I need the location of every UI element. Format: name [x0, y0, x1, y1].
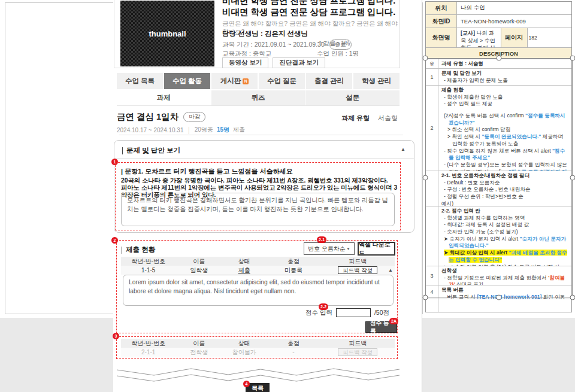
divider: │	[187, 127, 191, 133]
col-name: 이름	[175, 339, 222, 348]
page-label: 페이지	[501, 28, 528, 47]
screen-name-value: [교사] 나의 과목 상세 > 수업활동 – 과제 상세(서술형)	[457, 28, 501, 47]
feedback-write-button-disabled: 피드백 작성	[338, 348, 377, 356]
spec-row-title: 목록 버튼	[441, 287, 569, 294]
spec-text: - 버튼 클릭 시	[444, 294, 477, 299]
table-header-row: 학년-반-번호 이름 상태 총점 피드백	[121, 339, 395, 348]
spec-screen-name-row: 화면명 [교사] 나의 과목 상세 > 수업활동 – 과제 상세(서술형) 페이…	[426, 28, 571, 48]
video-view-button[interactable]: 동영상 보기	[222, 57, 268, 68]
thumbnail-label: thumbnail	[149, 29, 186, 38]
submit-count-post: 제출	[233, 126, 245, 134]
spec-text: ➤ 소수점 입력 입력 후 (2A) 점수 등록 버튼 선택 시 Alert	[444, 264, 559, 266]
spec-line: - 학생별 과제 점수를 입력하는 영역	[441, 215, 569, 222]
submit-count: 15명	[217, 126, 229, 134]
subtab-quiz[interactable]: 퀴즈	[211, 90, 305, 105]
student-answer-box: 모차르트의 터키 행진곡은 경쾌하면서도 활기찬 분위기를 지닌 곡입니다. 빠…	[121, 193, 395, 226]
annotation-badge-2: 2	[111, 237, 118, 244]
spec-text: ➤ 숫자가 아닌 문자 입력 시 alert	[444, 236, 520, 242]
excel-download-button[interactable]: 엑셀 다운로드	[358, 242, 395, 256]
section-header: 문제 및 답안 보기	[122, 146, 180, 155]
annotation-badge-1: 1	[111, 159, 118, 165]
selection-handle-middle-right[interactable]	[570, 175, 575, 181]
spec-line: - 학생이 제출한 답안 노출	[441, 94, 569, 101]
assignment-type-value: 서술형	[378, 114, 398, 123]
screen-id-label: 화면ID	[426, 15, 457, 28]
col-score: 총점	[266, 257, 320, 266]
table-row: 1-1-5 일학생 제출 미등록 피드백 작성 ▲	[121, 266, 395, 275]
subtab-survey[interactable]: 설문	[305, 90, 400, 105]
spec-row-title: 과제 유형 : 서술형	[441, 60, 569, 68]
spec-line: ➤ 소수점 입력 입력 후 (2A) 점수 등록 버튼 선택 시 Alert "…	[441, 264, 569, 266]
spec-screen-link: [TEA-NON-homework-001]	[477, 294, 541, 299]
spec-row-number: 2	[426, 86, 438, 171]
spec-panel: 위치 나의 수업 화면ID TEA-NON-homework-009 화면명 […	[425, 1, 572, 312]
selection-handle-top-left[interactable]	[423, 56, 428, 61]
spec-text: 상태로 표기	[455, 281, 484, 285]
selection-handle-bottom-left[interactable]	[423, 295, 428, 300]
selection-handle-top-right[interactable]	[570, 56, 575, 61]
spec-screen-id-row: 화면ID TEA-NON-homework-009	[426, 15, 571, 28]
col-status: 상태	[222, 257, 266, 266]
course-title: 비대면 학생 금연 전문 상담 프로그램 입니다. 비대면 학생 금연 전문 상…	[222, 0, 397, 18]
spec-row-title: 전학생	[441, 268, 569, 275]
submission-table: 학년-반-번호 이름 상태 총점 피드백 1-1-5 일학생 제출 미등록 피드…	[121, 257, 395, 275]
spec-line: - Default : 번호 오름차순	[441, 180, 569, 187]
course-buttons: 동영상 보기 진단결과 보기	[222, 57, 325, 68]
selection-handle-middle-left[interactable]	[423, 175, 428, 181]
tab-class-activity[interactable]: 수업 활동	[164, 73, 210, 89]
location-label: 위치	[426, 2, 457, 14]
tab-class-list[interactable]: 수업 목록	[117, 73, 163, 89]
spec-row-number: 1	[426, 69, 438, 85]
chevron-up-icon[interactable]: ▲	[401, 147, 405, 152]
location-value: 나의 수업	[457, 2, 571, 14]
spec-line-highlighted: ➤ 최대값 이상 입력 시 alert "과제 배점을 초과한 점수는 입력할 …	[441, 250, 569, 263]
sort-dropdown[interactable]: 번호 오름차순 ▼	[304, 242, 355, 255]
selection-handle-bottom-center[interactable]	[497, 295, 502, 300]
spec-line: > 취소 선택 시 confirm 닫힘	[441, 126, 569, 133]
tab-attendance[interactable]: 출결 관리	[306, 73, 352, 89]
submitted-answer-box: Lorem ipsum dolor sit amet, consectetur …	[123, 275, 394, 306]
chevron-down-icon: ▼	[346, 247, 350, 251]
spec-location-row: 위치 나의 수업	[426, 2, 571, 15]
diagnosis-result-button[interactable]: 진단결과 보기	[273, 57, 325, 68]
score-input[interactable]	[336, 308, 371, 317]
col-grade-class-no: 학년-반-번호	[121, 257, 175, 266]
tab-board[interactable]: 게시판 N	[211, 73, 258, 89]
spec-row-title: 2-1. 번호 오름차순/내림차순 정렬 필터	[441, 172, 569, 180]
subtab-homework[interactable]: 과제	[117, 90, 211, 105]
spec-row-title: 제출 현황	[441, 87, 569, 94]
annotation-badge-2A: 2A	[389, 318, 398, 324]
cell-status-link[interactable]: 제출	[238, 266, 250, 275]
selection-handle-bottom-right[interactable]	[570, 295, 575, 300]
cell-status: 참여불가	[222, 348, 266, 357]
spec-line: - 점수 입력을 하지 않은 채로 버튼 선택 시 alert "점수를 입력해…	[441, 148, 569, 162]
col-score: 총점	[266, 339, 320, 348]
course-teacher: 담당 선생님 : 김은지 선생님	[222, 29, 308, 38]
spec-row-empty	[426, 299, 571, 312]
cell-grade-class-no: 1-1-5	[121, 267, 175, 274]
question-title: | 문항1. 모차르트 터키 행진곡을 듣고 느낌점을 서술하세요	[121, 167, 293, 176]
selection-handle-top-center[interactable]	[497, 56, 502, 61]
screen-name-label: 화면명	[426, 28, 457, 47]
spec-row-1: 1 문제 및 답안 보기 - 제출자가 입력한 문제 노출	[426, 69, 571, 86]
table-row: 2-1-1 전학생 참여불가 - 피드백 작성	[121, 348, 395, 357]
question-desc-line1: 20곡의 소나타 중 가장 유명한 곡이다. 피아노 소나타 제11번 A장조.…	[121, 177, 398, 184]
spec-row-number: ※	[426, 59, 438, 68]
tab-student-management[interactable]: 학생 관리	[353, 73, 400, 89]
spec-row-number: 3	[426, 266, 438, 285]
spec-row-2: 2 제출 현황 - 학생이 제출한 답안 노출 - 점수 입력 필드 제공 (2…	[426, 86, 571, 171]
submission-title: 제출 현황	[126, 245, 155, 254]
chevron-up-icon[interactable]: ▲	[388, 268, 393, 273]
spec-line: - 제출자가 입력한 문제 노출	[441, 77, 569, 84]
description-body: ※ 과제 유형 : 서술형 1 문제 및 답안 보기 - 제출자가 입력한 문제…	[426, 59, 571, 312]
annotation-box-2: 제출 현황 번호 오름차순 ▼ 엑셀 다운로드 학년-반-번호 이름 상태 총점…	[116, 240, 398, 333]
assignment-title: 금연 결심 1일차	[117, 111, 178, 123]
spec-row-number	[426, 299, 438, 312]
tab-class-question[interactable]: 수업 질문	[259, 73, 305, 89]
section-divider	[114, 158, 414, 159]
col-feedback: 피드백	[321, 339, 395, 348]
design-canvas: thumbnail 비대면 학생 금연 전문 상담 프로그램 입니다. 비대면 …	[0, 0, 575, 392]
assignment-period: 2024.10.17 ~ 2024.10.31	[117, 127, 184, 133]
feedback-write-button[interactable]: 피드백 작성	[338, 266, 377, 274]
cell-score: -	[266, 349, 320, 355]
